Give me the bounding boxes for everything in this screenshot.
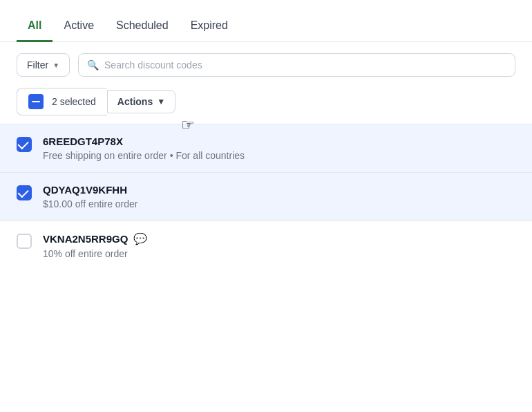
item-title-3: VKNA2N5RR9GQ 💬 — [43, 232, 515, 245]
item-subtitle-2: $10.00 off entire order — [43, 198, 515, 209]
selected-indicator: 2 selected — [17, 88, 107, 115]
toolbar: Filter ▼ 🔍 — [0, 42, 532, 88]
actions-label: Actions — [117, 96, 153, 107]
tab-scheduled[interactable]: Scheduled — [105, 11, 180, 42]
item-checkbox-1[interactable] — [17, 137, 32, 152]
discount-list: 6REEDGT4P78X Free shipping on entire ord… — [0, 124, 532, 270]
tab-all[interactable]: All — [17, 11, 53, 42]
tab-active[interactable]: Active — [53, 11, 105, 42]
filter-button[interactable]: Filter ▼ — [17, 53, 70, 77]
selected-count-label: 2 selected — [52, 96, 96, 107]
selection-bar: 2 selected Actions ▼ ☞ — [0, 88, 532, 124]
search-box: 🔍 — [78, 53, 515, 77]
tabs-bar: All Active Scheduled Expired — [0, 0, 532, 42]
item-subtitle-1: Free shipping on entire order • For all … — [43, 150, 515, 161]
item-checkbox-3[interactable] — [17, 234, 32, 249]
actions-button[interactable]: Actions ▼ — [107, 90, 175, 113]
search-icon: 🔍 — [87, 59, 99, 71]
item-code-1: 6REEDGT4P78X — [43, 135, 123, 147]
deselect-all-icon[interactable] — [28, 94, 44, 109]
filter-chevron-icon: ▼ — [53, 62, 59, 69]
item-content-3: VKNA2N5RR9GQ 💬 10% off entire order — [43, 232, 515, 259]
item-content-1: 6REEDGT4P78X Free shipping on entire ord… — [43, 135, 515, 161]
item-checkbox-2[interactable] — [17, 185, 32, 200]
item-subtitle-3: 10% off entire order — [43, 248, 515, 259]
tab-expired[interactable]: Expired — [180, 11, 239, 42]
item-content-2: QDYAQ1V9KFHH $10.00 off entire order — [43, 184, 515, 209]
item-code-2: QDYAQ1V9KFHH — [43, 184, 127, 196]
list-item: VKNA2N5RR9GQ 💬 10% off entire order — [0, 221, 532, 270]
item-title-2: QDYAQ1V9KFHH — [43, 184, 515, 196]
search-input[interactable] — [104, 59, 506, 71]
item-title-1: 6REEDGT4P78X — [43, 135, 515, 147]
list-item: 6REEDGT4P78X Free shipping on entire ord… — [0, 124, 532, 172]
chat-icon: 💬 — [133, 232, 147, 245]
filter-label: Filter — [27, 59, 48, 71]
list-item: QDYAQ1V9KFHH $10.00 off entire order — [0, 172, 532, 221]
actions-chevron-icon: ▼ — [157, 97, 165, 106]
item-code-3: VKNA2N5RR9GQ — [43, 233, 128, 245]
